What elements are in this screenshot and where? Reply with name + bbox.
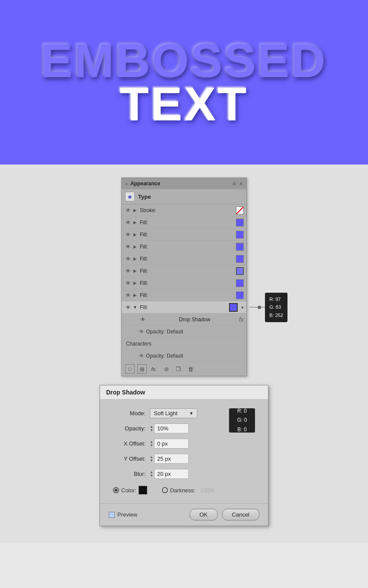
fill-swatch-6[interactable] [236, 279, 244, 287]
layer-options-icon[interactable]: ▤ [137, 364, 147, 374]
fill-swatch-3[interactable] [236, 243, 244, 251]
drop-shadow-row[interactable]: 👁 Drop Shadow fx [122, 313, 246, 326]
chevron-fill-4[interactable]: ▶ [132, 256, 138, 262]
delete-icon[interactable]: 🗑 [186, 364, 195, 374]
panel-row-fill-6[interactable]: 👁 ▶ Fill: [122, 277, 246, 289]
panel-row-stroke[interactable]: 👁 ▶ Stroke: [122, 204, 246, 216]
panel-type-header: ■ Type [122, 189, 246, 204]
panel-menu-icon[interactable]: ≡ [232, 180, 236, 187]
panel-row-fill-2[interactable]: 👁 ▶ Fill: [122, 229, 246, 241]
fill-swatch-4[interactable] [236, 255, 244, 263]
panel-row-fill-5[interactable]: 👁 ▶ Fill: [122, 265, 246, 277]
eye-icon-opacity2[interactable]: 👁 [139, 353, 144, 359]
darkness-radio[interactable] [162, 487, 168, 493]
fill-label-6: Fill: [138, 280, 236, 286]
fill-label-1: Fill: [138, 220, 236, 226]
chevron-fill-2[interactable]: ▶ [132, 232, 138, 238]
x-offset-spin-arrows[interactable]: ▲ ▼ [150, 440, 153, 447]
fill-swatch-2[interactable] [236, 231, 244, 239]
fx-icon[interactable]: fx [239, 316, 244, 323]
y-offset-down-arrow[interactable]: ▼ [150, 459, 153, 462]
color-swatch-dialog[interactable] [139, 486, 147, 494]
blur-row: Blur: ▲ ▼ [113, 469, 220, 479]
eye-icon-fill-6[interactable]: 👁 [124, 279, 132, 287]
color-radio-group[interactable]: Color: [113, 486, 147, 494]
opacity-label-1: Opacity: [146, 329, 165, 335]
fill-swatch-5[interactable] [236, 267, 244, 275]
fill-swatch-1[interactable] [236, 219, 244, 226]
panel-collapse-icon[interactable]: « [125, 181, 128, 186]
fx-footer-icon[interactable]: fx. [149, 364, 159, 374]
dialog-titlebar: Drop Shadow [100, 385, 268, 400]
chevron-fill-active[interactable]: ▼ [132, 304, 138, 310]
opacity-row-2: 👁 Opacity: Default [122, 350, 246, 362]
add-layer-icon[interactable]: □ [125, 364, 135, 374]
eye-icon-opacity[interactable]: 👁 [139, 329, 144, 335]
chevron-fill-7[interactable]: ▶ [132, 292, 138, 298]
chevron-stroke[interactable]: ▶ [132, 207, 138, 213]
mode-select[interactable]: Soft Light ▼ [150, 408, 197, 418]
preview-checkbox[interactable] [109, 512, 115, 518]
opacity-spinner[interactable]: ▲ ▼ [150, 423, 189, 433]
opacity-down-arrow[interactable]: ▼ [150, 429, 153, 432]
x-offset-down-arrow[interactable]: ▼ [150, 444, 153, 447]
chevron-fill-1[interactable]: ▶ [132, 220, 138, 226]
opacity-input[interactable] [154, 423, 189, 433]
panel-row-fill-3[interactable]: 👁 ▶ Fill: [122, 241, 246, 253]
color-preview-box[interactable]: R: 0 G: 0 B: 0 [229, 408, 255, 433]
chevron-fill-6[interactable]: ▶ [132, 280, 138, 286]
duplicate-icon[interactable]: ❐ [174, 364, 183, 374]
eye-icon-fill-5[interactable]: 👁 [124, 267, 132, 275]
fill-label-2: Fill: [138, 232, 236, 238]
panel-row-fill-7[interactable]: 👁 ▶ Fill: [122, 289, 246, 301]
blur-input[interactable] [154, 469, 189, 479]
type-label: Type [138, 194, 151, 200]
drop-shadow-label: Drop Shadow [150, 317, 239, 323]
hide-icon[interactable]: ⊘ [161, 364, 171, 374]
preview-label: Preview [117, 511, 137, 518]
color-darkness-row: Color: Darkness: 100% [113, 486, 255, 494]
y-offset-spin-arrows[interactable]: ▲ ▼ [150, 456, 153, 462]
eye-icon-fill-2[interactable]: 👁 [124, 231, 132, 239]
blur-spinner[interactable]: ▲ ▼ [150, 469, 189, 479]
panel-titlebar: « Appearance ≡ × [122, 178, 246, 189]
panel-footer: □ ▤ fx. ⊘ ❐ 🗑 [122, 362, 246, 376]
characters-label: Characters [126, 341, 152, 347]
chevron-fill-5[interactable]: ▶ [132, 268, 138, 274]
type-icon: ■ [125, 192, 135, 201]
stroke-swatch[interactable] [236, 207, 244, 214]
eye-icon-stroke[interactable]: 👁 [124, 207, 132, 214]
panel-row-fill-active[interactable]: 👁 ▼ Fill: ● R: 97 G: 83 B: 252 [122, 301, 246, 313]
blur-down-arrow[interactable]: ▼ [150, 474, 153, 478]
panel-row-fill-4[interactable]: 👁 ▶ Fill: [122, 253, 246, 265]
ok-button[interactable]: OK [190, 509, 218, 520]
fill-label-5: Fill: [138, 268, 236, 274]
chevron-fill-3[interactable]: ▶ [132, 244, 138, 250]
panel-row-fill-1[interactable]: 👁 ▶ Fill: [122, 216, 246, 229]
color-radio[interactable] [113, 487, 119, 493]
panel-close-icon[interactable]: × [239, 180, 243, 187]
fill-swatch-active[interactable] [229, 303, 238, 312]
tooltip-r: R: 97 [269, 295, 283, 303]
eye-icon-fill-4[interactable]: 👁 [124, 255, 132, 263]
darkness-radio-group[interactable]: Darkness: 100% [162, 487, 215, 494]
eye-icon-drop-shadow[interactable]: 👁 [139, 316, 147, 323]
y-offset-input[interactable] [154, 454, 189, 464]
eye-icon-fill-1[interactable]: 👁 [124, 219, 132, 226]
hero-banner: EMBOSSED TEXT [0, 0, 368, 165]
blur-label: Blur: [113, 471, 145, 477]
fill-label-7: Fill: [138, 292, 236, 298]
eye-icon-fill-active[interactable]: 👁 [124, 304, 132, 311]
eye-icon-fill-3[interactable]: 👁 [124, 243, 132, 251]
x-offset-spinner[interactable]: ▲ ▼ [150, 439, 189, 449]
eye-icon-fill-7[interactable]: 👁 [124, 291, 132, 299]
cancel-button[interactable]: Cancel [222, 509, 259, 520]
blur-spin-arrows[interactable]: ▲ ▼ [150, 471, 153, 478]
drop-shadow-dialog: Drop Shadow Mode: Soft Light ▼ [100, 385, 268, 526]
opacity-spin-arrows[interactable]: ▲ ▼ [150, 425, 153, 432]
y-offset-spinner[interactable]: ▲ ▼ [150, 454, 189, 464]
x-offset-input[interactable] [154, 439, 189, 449]
fill-swatch-7[interactable] [236, 291, 244, 299]
color-preview-b: B: 0 [237, 425, 246, 435]
preview-checkbox-group[interactable]: Preview [109, 511, 137, 518]
